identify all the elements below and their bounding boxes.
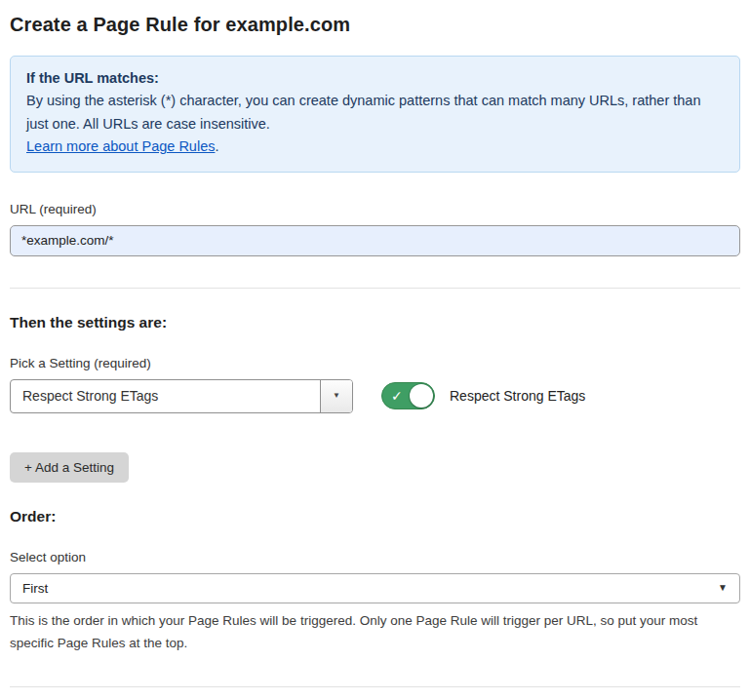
select-option-label: Select option (10, 550, 740, 564)
order-help-text: This is the order in which your Page Rul… (10, 610, 740, 655)
settings-section-heading: Then the settings are: (10, 314, 740, 331)
setting-row: Respect Strong ETags ▼ ✓ Respect Strong … (10, 379, 740, 413)
pick-setting-label: Pick a Setting (required) (10, 356, 740, 370)
url-match-info-box: If the URL matches: By using the asteris… (10, 56, 740, 173)
setting-select-value: Respect Strong ETags (11, 380, 320, 412)
info-box-link-line: Learn more about Page Rules. (26, 136, 724, 158)
url-label: URL (required) (10, 202, 740, 216)
learn-more-link[interactable]: Learn more about Page Rules (26, 138, 215, 154)
order-select-value: First (22, 581, 48, 596)
info-box-heading: If the URL matches: (26, 67, 724, 90)
create-page-rule-page: Create a Page Rule for example.com If th… (0, 0, 750, 700)
info-box-body: By using the asterisk (*) character, you… (26, 90, 724, 136)
add-setting-button[interactable]: + Add a Setting (10, 452, 129, 483)
toggle-knob (410, 384, 433, 408)
link-period: . (215, 138, 218, 154)
order-section-heading: Order: (10, 508, 740, 525)
setting-select-caret-button[interactable]: ▼ (320, 380, 352, 412)
url-input[interactable] (10, 225, 740, 256)
section-divider (10, 288, 740, 289)
etags-toggle[interactable]: ✓ (381, 382, 435, 409)
page-title: Create a Page Rule for example.com (10, 14, 740, 36)
chevron-down-icon: ▼ (718, 583, 728, 593)
order-select[interactable]: First ▼ (10, 573, 740, 603)
footer-divider (10, 686, 740, 687)
setting-select[interactable]: Respect Strong ETags ▼ (10, 379, 353, 413)
chevron-down-icon: ▼ (333, 392, 340, 400)
check-icon: ✓ (391, 389, 403, 403)
toggle-label: Respect Strong ETags (450, 388, 585, 404)
